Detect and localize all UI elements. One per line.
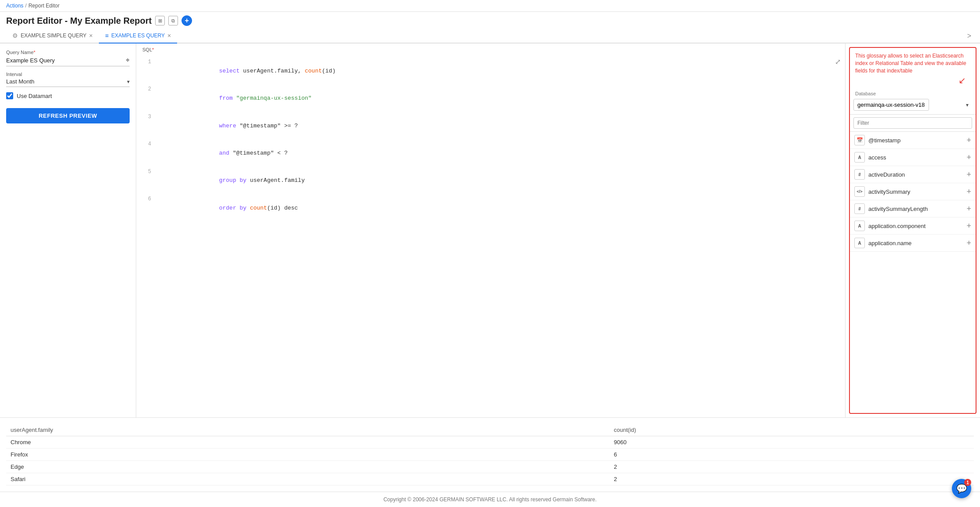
results-table: userAgent.family count(id) Chrome 9060 F… [6,424,974,485]
filter-row [850,115,976,132]
tab-simple-query-label: EXAMPLE SIMPLE QUERY [21,33,87,39]
tab-simple-query[interactable]: ⚙ EXAMPLE SIMPLE QUERY × [6,29,99,43]
number-type-icon-activitysummarylength: # [854,203,865,214]
field-add-application-name[interactable]: + [966,239,971,247]
filter-input[interactable] [853,117,972,129]
database-select-row: germainqa-ux-session-v18 [850,97,976,115]
chat-bubble[interactable]: 💬 1 [952,479,971,498]
field-name-application-name: application.name [868,240,963,246]
breadcrumb-separator: / [25,3,26,9]
copy-icon[interactable]: ⧉ [168,16,178,25]
field-item-application-name: A application.name + [850,235,976,252]
field-item-access: A access + [850,149,976,166]
cell-chrome-count: 9060 [610,436,974,449]
interval-select-wrapper[interactable]: Last Month [6,78,130,87]
code-type-icon-activitysummary: </> [854,186,865,197]
sql-editor[interactable]: 1 select userAgent.family, count(id) 2 f… [136,54,845,417]
field-add-activeduration[interactable]: + [966,170,971,178]
cell-firefox-count: 6 [610,449,974,461]
results-area: userAgent.family count(id) Chrome 9060 F… [0,417,980,492]
field-item-activeduration: # activeDuration + [850,166,976,183]
db-icon: ≡ [105,32,109,39]
calendar-icon: 📅 [854,135,865,145]
glossary-panel: This glossary allows to select an Elasti… [849,47,976,414]
field-name-activitysummarylength: activitySummaryLength [868,206,963,212]
add-report-button[interactable]: + [181,15,192,26]
cursor-icon[interactable]: ⌖ [126,56,130,64]
database-label: Database [850,89,976,97]
database-select-wrapper[interactable]: germainqa-ux-session-v18 [853,99,972,111]
left-panel: Query Name* Example ES Query ⌖ Interval … [0,43,136,417]
cell-edge-count: 2 [610,461,974,473]
sql-line-6: 6 order by count(id) desc [136,195,845,222]
use-datamart-label: Use Datamart [17,93,52,99]
col-header-count: count(id) [610,424,974,436]
sql-code: 1 select userAgent.family, count(id) 2 f… [136,58,845,222]
table-row: Edge 2 [6,461,974,473]
sql-label: SQL* [136,43,845,54]
database-select[interactable]: germainqa-ux-session-v18 [853,99,929,111]
grid-icon[interactable]: ⊞ [155,16,165,25]
field-item-application-component: A application.component + [850,217,976,235]
tab-es-query[interactable]: ≡ EXAMPLE ES QUERY × [99,29,177,43]
field-name-activeduration: activeDuration [868,171,963,178]
glossary-arrow: ↙ [855,74,966,87]
use-datamart-checkbox[interactable] [6,92,13,99]
number-type-icon-activeduration: # [854,169,865,180]
field-name-application-component: application.component [868,223,963,229]
text-type-icon-access: A [854,152,865,163]
sql-line-4: 4 and "@timestamp" < ? [136,140,845,167]
gear-icon: ⚙ [12,32,18,39]
table-row: Firefox 6 [6,449,974,461]
page-title: Report Editor - My Example Report [6,16,152,26]
tab-simple-query-close[interactable]: × [89,33,93,39]
query-name-value: Example ES Query ⌖ [6,56,130,66]
footer: Copyright © 2006-2024 GERMAIN SOFTWARE L… [0,492,980,507]
field-add-timestamp[interactable]: + [966,136,971,144]
interval-select[interactable]: Last Month [6,78,130,85]
query-name-label: Query Name* [6,50,130,55]
field-name-access: access [868,154,963,161]
chat-badge: 1 [964,479,971,486]
cell-firefox-family: Firefox [6,449,610,461]
sql-line-5: 5 group by userAgent.family [136,167,845,195]
col-header-family: userAgent.family [6,424,610,436]
field-name-activitysummary: activitySummary [868,188,963,195]
breadcrumb-current: Report Editor [29,3,60,9]
field-list: 📅 @timestamp + A access + # activeDurati… [850,132,976,413]
cell-chrome-family: Chrome [6,436,610,449]
glossary-tooltip: This glossary allows to select an Elasti… [850,48,976,89]
tab-es-query-close[interactable]: × [167,33,171,39]
sql-editor-panel: SQL* 1 select userAgent.family, count(id… [136,43,846,417]
text-type-icon-application-component: A [854,221,865,231]
sql-line-2: 2 from "germainqa-ux-session" [136,85,845,112]
tabs-bar: ⚙ EXAMPLE SIMPLE QUERY × ≡ EXAMPLE ES QU… [0,29,980,43]
text-type-icon-application-name: A [854,238,865,248]
table-row: Chrome 9060 [6,436,974,449]
field-add-activitysummarylength[interactable]: + [966,205,971,213]
interval-label: Interval [6,72,130,77]
tabs-chevron[interactable]: > [965,29,974,43]
breadcrumb-actions-link[interactable]: Actions [6,3,23,9]
field-add-application-component[interactable]: + [966,222,971,230]
refresh-preview-button[interactable]: REFRESH PREVIEW [6,108,130,123]
field-item-activitysummarylength: # activitySummaryLength + [850,200,976,217]
field-item-timestamp: 📅 @timestamp + [850,132,976,149]
field-item-activitysummary: </> activitySummary + [850,183,976,200]
sql-line-3: 3 where "@timestamp" >= ? [136,112,845,140]
field-add-activitysummary[interactable]: + [966,188,971,196]
expand-icon[interactable]: ⤢ [835,58,841,66]
sql-line-1: 1 select userAgent.family, count(id) [136,58,845,85]
breadcrumb: Actions / Report Editor [0,0,980,12]
cell-edge-family: Edge [6,461,610,473]
field-add-access[interactable]: + [966,153,971,161]
use-datamart-row: Use Datamart [6,92,130,99]
field-name-timestamp: @timestamp [868,137,963,144]
cell-safari-count: 2 [610,473,974,485]
table-row: Safari 2 [6,473,974,485]
tab-es-query-label: EXAMPLE ES QUERY [111,33,165,39]
cell-safari-family: Safari [6,473,610,485]
page-title-bar: Report Editor - My Example Report ⊞ ⧉ + [0,12,980,29]
